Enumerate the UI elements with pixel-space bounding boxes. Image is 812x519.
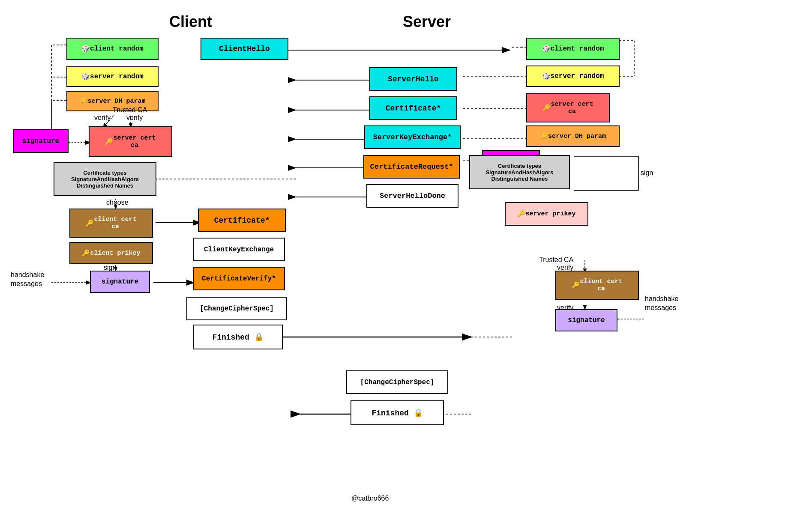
change-cipher-spec-client: [ChangeCipherSpec] bbox=[186, 297, 287, 320]
choose-label: choose bbox=[106, 199, 129, 206]
cert-types-server: Certificate typesSignatureAndHashAlgorsD… bbox=[469, 155, 570, 189]
certificate-box-server: Certificate* bbox=[369, 96, 457, 120]
signature-server-2: signature bbox=[555, 309, 617, 331]
trusted-ca-client: Trusted CA bbox=[113, 106, 147, 114]
server-random-server: 🎲server random bbox=[526, 66, 620, 87]
server-prikey: 🔑server prikey bbox=[505, 202, 588, 226]
server-cert-ca-client: 🔑server certca bbox=[89, 126, 172, 157]
server-title: Server bbox=[403, 13, 451, 31]
server-hello-box: ServerHello bbox=[369, 67, 457, 91]
client-cert-ca-server: 🔑client certca bbox=[555, 271, 639, 300]
client-random-server: 🎲client random bbox=[526, 38, 620, 60]
client-random-client: 🎲client random bbox=[66, 38, 159, 60]
server-key-exchange: ServerKeyExchange* bbox=[364, 125, 461, 149]
signature-client-2: signature bbox=[90, 271, 150, 293]
finished-server: Finished 🔒 bbox=[351, 400, 444, 425]
signature-client: signature bbox=[13, 129, 69, 153]
handshake-messages-server: handshakemessages bbox=[645, 295, 678, 313]
client-prikey: 🔑client prikey bbox=[69, 242, 153, 264]
handshake-messages-client: handshakemessages bbox=[11, 271, 44, 289]
server-cert-ca-server: 🔑server certca bbox=[526, 93, 610, 122]
server-dh-param-server: 🔑server DH param bbox=[526, 125, 620, 147]
client-cert-ca: 🔑client certca bbox=[69, 209, 153, 238]
diagram: Client Server 🎲client random ClientHello… bbox=[0, 0, 812, 519]
verify-c1: verify bbox=[126, 114, 143, 122]
finished-client: Finished 🔒 bbox=[193, 325, 283, 349]
cert-request-box: CertificateRequest* bbox=[363, 155, 460, 179]
server-random-client: 🎲server random bbox=[66, 66, 159, 87]
certificate-box-client: Certificate* bbox=[198, 209, 286, 232]
cert-types-client: Certificate typesSignatureAndHashAlgorsD… bbox=[54, 162, 156, 196]
server-hello-done: ServerHelloDone bbox=[366, 184, 458, 208]
sign-label-server: sign bbox=[641, 169, 653, 177]
trusted-ca-server: Trusted CA bbox=[539, 256, 573, 264]
client-hello-box: ClientHello bbox=[201, 38, 288, 60]
client-key-exchange: ClientKeyExchange bbox=[193, 238, 285, 261]
cert-verify-box: CertificateVerify* bbox=[193, 267, 285, 290]
verify-c2: verify bbox=[94, 114, 111, 122]
attribution: @catbro666 bbox=[351, 495, 389, 502]
change-cipher-spec-server: [ChangeCipherSpec] bbox=[346, 370, 448, 394]
client-title: Client bbox=[169, 13, 212, 31]
